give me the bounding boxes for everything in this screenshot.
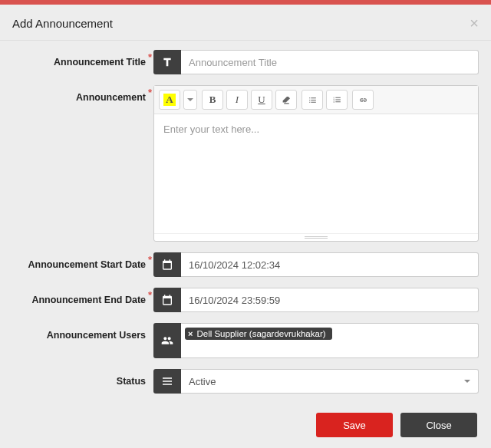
users-icon — [153, 323, 181, 358]
editor-toolbar: A B I U — [154, 86, 478, 114]
remove-tag-icon[interactable]: × — [188, 329, 193, 338]
modal-header: Add Announcement × — [0, 5, 491, 41]
italic-button[interactable]: I — [226, 90, 248, 110]
row-body: Announcement A B I U — [0, 85, 479, 242]
users-tag-input[interactable]: × Dell Supplier (sagardevrukhakar) — [181, 323, 479, 358]
font-color-button[interactable]: A — [159, 90, 180, 110]
row-title: Announcement Title — [0, 50, 479, 74]
calendar-icon — [153, 252, 181, 277]
chevron-down-icon — [464, 380, 470, 383]
status-select[interactable]: Active — [181, 369, 479, 394]
end-date-input[interactable] — [181, 288, 479, 312]
close-icon[interactable]: × — [470, 15, 479, 31]
add-announcement-modal: Add Announcement × Announcement Title An… — [0, 5, 491, 448]
user-tag-label: Dell Supplier (sagardevrukhakar) — [196, 329, 325, 338]
font-color-dropdown[interactable] — [183, 90, 197, 110]
close-button[interactable]: Close — [400, 413, 477, 437]
row-status: Status Active — [0, 369, 479, 394]
start-date-input[interactable] — [181, 252, 479, 277]
underline-button[interactable]: U — [251, 90, 272, 110]
label-status: Status — [0, 369, 153, 387]
user-tag: × Dell Supplier (sagardevrukhakar) — [185, 328, 332, 340]
modal-footer: Save Close — [0, 405, 491, 448]
status-value: Active — [189, 376, 216, 387]
label-start-date: Announcement Start Date — [0, 252, 153, 270]
label-body: Announcement — [0, 85, 153, 103]
list-icon — [153, 369, 181, 394]
row-users: Announcement Users × Dell Supplier (saga… — [0, 323, 479, 358]
rich-text-editor: A B I U — [153, 85, 479, 242]
label-title: Announcement Title — [0, 50, 153, 68]
announcement-title-input[interactable] — [181, 50, 479, 74]
link-button[interactable] — [352, 90, 374, 110]
editor-resize-handle[interactable] — [154, 233, 478, 241]
text-icon — [153, 50, 181, 74]
row-end-date: Announcement End Date — [0, 288, 479, 312]
modal-title: Add Announcement — [12, 17, 113, 30]
bold-button[interactable]: B — [202, 90, 223, 110]
label-end-date: Announcement End Date — [0, 288, 153, 305]
editor-textarea[interactable]: Enter your text here... — [154, 114, 478, 233]
row-start-date: Announcement Start Date — [0, 252, 479, 277]
eraser-button[interactable] — [275, 90, 297, 110]
unordered-list-button[interactable] — [302, 90, 323, 110]
modal-body: Announcement Title Announcement A B — [0, 41, 491, 410]
calendar-icon — [153, 288, 181, 312]
ordered-list-button[interactable] — [326, 90, 348, 110]
save-button[interactable]: Save — [316, 413, 393, 437]
label-users: Announcement Users — [0, 323, 153, 341]
